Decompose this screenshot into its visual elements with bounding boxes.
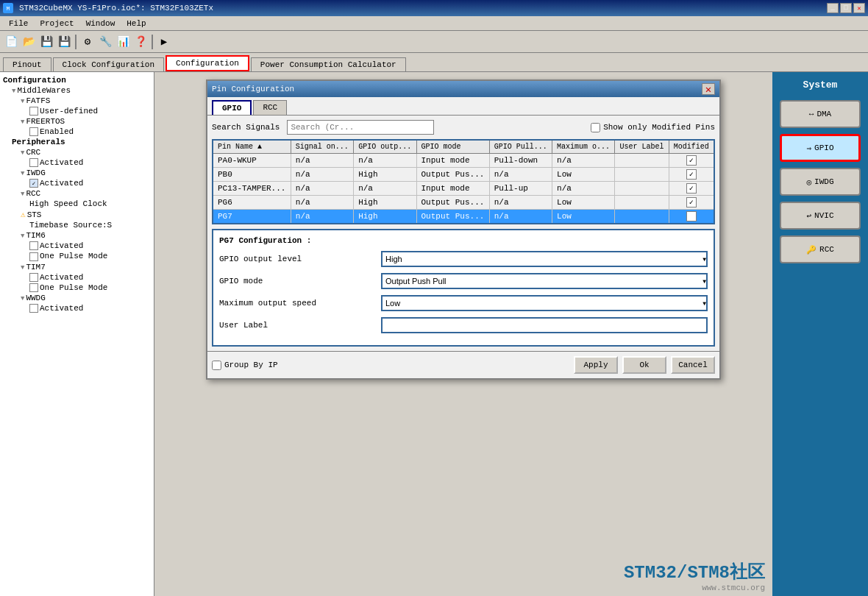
tab-bar: Pinout Clock Configuration Configuration… bbox=[0, 53, 868, 72]
menu-help[interactable]: Help bbox=[121, 18, 152, 29]
right-panel: Pin Configuration ✕ GPIO RCC Search Si bbox=[154, 72, 868, 596]
toolbar-icon3[interactable]: 📊 bbox=[115, 34, 131, 50]
modified-checkbox[interactable] bbox=[686, 169, 697, 180]
dialog-close-button[interactable]: ✕ bbox=[702, 83, 715, 95]
tab-power[interactable]: Power Consumption Calculator bbox=[251, 57, 406, 71]
tree-crc[interactable]: ▼CRC bbox=[3, 147, 151, 157]
table-row[interactable]: PA0-WKUPn/an/aInput modePull-downn/a bbox=[213, 154, 714, 168]
th-user-label[interactable]: User Label bbox=[615, 140, 669, 154]
table-row[interactable]: PB0n/aHighOutput Pus...n/aLow bbox=[213, 168, 714, 182]
left-panel: Configuration ▼MiddleWares ▼FATFS User-d… bbox=[0, 72, 154, 596]
checkbox-tim6-one-pulse[interactable] bbox=[29, 252, 38, 261]
table-cell-modified[interactable] bbox=[669, 196, 714, 210]
th-mode[interactable]: GPIO mode bbox=[416, 140, 489, 154]
tree-wwdg[interactable]: ▼WWDG bbox=[3, 293, 151, 303]
table-cell bbox=[615, 168, 669, 182]
tree-tim6[interactable]: ▼TIM6 bbox=[3, 230, 151, 241]
modified-checkbox[interactable] bbox=[686, 155, 697, 166]
menu-window[interactable]: Window bbox=[80, 18, 121, 29]
toolbar-save-as[interactable]: 💾 bbox=[56, 34, 72, 50]
apply-button[interactable]: Apply bbox=[574, 356, 618, 374]
search-input[interactable] bbox=[287, 120, 434, 135]
maximize-button[interactable]: □ bbox=[840, 3, 852, 13]
table-row[interactable]: PG6n/aHighOutput Pus...n/aLow bbox=[213, 196, 714, 210]
tree-sys[interactable]: ⚠STS bbox=[3, 209, 151, 220]
select-output-level[interactable]: High Low bbox=[381, 251, 708, 267]
tree-tim6-one-pulse[interactable]: One Pulse Mode bbox=[3, 251, 151, 261]
tree-user-defined[interactable]: User-defined bbox=[3, 106, 151, 116]
select-mode[interactable]: Output Push Pull Output Open Drain bbox=[381, 273, 708, 289]
ok-button[interactable]: Ok bbox=[622, 356, 666, 374]
table-cell: Low bbox=[552, 210, 615, 224]
toolbar-icon2[interactable]: 🔧 bbox=[97, 34, 113, 50]
sys-btn-rcc[interactable]: 🔑 RCC bbox=[780, 235, 861, 263]
menu-file[interactable]: File bbox=[3, 18, 34, 29]
sys-btn-dma[interactable]: ↔ DMA bbox=[780, 100, 861, 128]
th-output[interactable]: GPIO outp... bbox=[354, 140, 416, 154]
sys-btn-nvic[interactable]: ↩ NVIC bbox=[780, 202, 861, 230]
table-cell-modified[interactable] bbox=[669, 210, 714, 224]
dialog-tab-gpio[interactable]: GPIO bbox=[212, 100, 252, 115]
cancel-button[interactable]: Cancel bbox=[671, 356, 715, 374]
input-user-label[interactable] bbox=[381, 317, 708, 333]
checkbox-enabled[interactable] bbox=[29, 127, 38, 136]
tab-configuration[interactable]: Configuration bbox=[166, 55, 249, 71]
tree-crc-activated[interactable]: Activated bbox=[3, 157, 151, 168]
th-modified[interactable]: Modified bbox=[669, 140, 714, 154]
tree-freertos[interactable]: ▼FREERTOS bbox=[3, 116, 151, 127]
tree-tim7[interactable]: ▼TIM7 bbox=[3, 262, 151, 272]
checkbox-user-defined[interactable] bbox=[29, 107, 38, 116]
th-pin-name[interactable]: Pin Name ▲ bbox=[213, 140, 291, 154]
modified-checkbox[interactable] bbox=[686, 211, 697, 221]
tree-middlewares[interactable]: ▼MiddleWares bbox=[3, 85, 151, 96]
th-pull[interactable]: GPIO Pull... bbox=[489, 140, 552, 154]
group-by-ip-checkbox[interactable] bbox=[212, 361, 221, 370]
tab-pinout[interactable]: Pinout bbox=[3, 57, 51, 71]
tree-tim7-one-pulse[interactable]: One Pulse Mode bbox=[3, 283, 151, 293]
table-cell-modified[interactable] bbox=[669, 154, 714, 168]
show-modified-checkbox[interactable] bbox=[591, 123, 600, 132]
table-cell: Input mode bbox=[416, 182, 489, 196]
tree-fatfs[interactable]: ▼FATFS bbox=[3, 96, 151, 106]
checkbox-wwdg-activated[interactable] bbox=[29, 304, 38, 313]
modified-checkbox[interactable] bbox=[686, 197, 697, 207]
table-cell-modified[interactable] bbox=[669, 182, 714, 196]
minimize-button[interactable]: _ bbox=[827, 3, 839, 13]
tree-iwdg[interactable]: ▼IWDG bbox=[3, 168, 151, 178]
table-row[interactable]: PG7n/aHighOutput Pus...n/aLow bbox=[213, 210, 714, 224]
menu-project[interactable]: Project bbox=[34, 18, 79, 29]
tree-tim7-activated[interactable]: Activated bbox=[3, 272, 151, 283]
toolbar-icon4[interactable]: ❓ bbox=[132, 34, 149, 50]
close-button[interactable]: ✕ bbox=[853, 3, 865, 13]
dialog-tab-rcc[interactable]: RCC bbox=[253, 100, 287, 115]
table-cell-modified[interactable] bbox=[669, 168, 714, 182]
toolbar-settings[interactable]: ⚙ bbox=[79, 34, 96, 50]
table-row[interactable]: PC13-TAMPER...n/an/aInput modePull-upn/a bbox=[213, 182, 714, 196]
checkbox-tim7-one-pulse[interactable] bbox=[29, 283, 38, 292]
tree-enabled[interactable]: Enabled bbox=[3, 127, 151, 137]
tab-clock[interactable]: Clock Configuration bbox=[53, 57, 164, 71]
rcc-icon: 🔑 bbox=[806, 245, 817, 255]
tree-rcc[interactable]: ▼RCC bbox=[3, 188, 151, 199]
checkbox-tim6-activated[interactable] bbox=[29, 241, 38, 250]
toolbar-save[interactable]: 💾 bbox=[38, 34, 54, 50]
table-cell: n/a bbox=[552, 182, 615, 196]
select-wrapper-mode: Output Push Pull Output Open Drain ▼ bbox=[381, 273, 708, 289]
toolbar-run[interactable]: ▶ bbox=[156, 34, 172, 50]
th-signal[interactable]: Signal on... bbox=[291, 140, 353, 154]
sys-btn-iwdg[interactable]: ◎ IWDG bbox=[780, 168, 861, 196]
checkbox-crc-activated[interactable] bbox=[29, 158, 38, 167]
tree-wwdg-activated[interactable]: Activated bbox=[3, 303, 151, 313]
th-max-speed[interactable]: Maximum o... bbox=[552, 140, 615, 154]
tree-tim6-activated[interactable]: Activated bbox=[3, 241, 151, 251]
select-max-speed[interactable]: Low Medium High bbox=[381, 295, 708, 311]
checkbox-iwdg-activated[interactable]: ✓ bbox=[29, 179, 38, 188]
tree-iwdg-activated[interactable]: ✓Activated bbox=[3, 178, 151, 188]
modified-checkbox[interactable] bbox=[686, 183, 697, 194]
toolbar-new[interactable]: 📄 bbox=[3, 34, 19, 50]
tree-rcc-hsc[interactable]: High Speed Clock bbox=[3, 199, 151, 209]
sys-btn-gpio[interactable]: ⇒ GPIO bbox=[780, 134, 861, 162]
tree-sys-timebase[interactable]: Timebase Source:S bbox=[3, 220, 151, 230]
toolbar-open[interactable]: 📂 bbox=[21, 34, 37, 50]
checkbox-tim7-activated[interactable] bbox=[29, 273, 38, 282]
